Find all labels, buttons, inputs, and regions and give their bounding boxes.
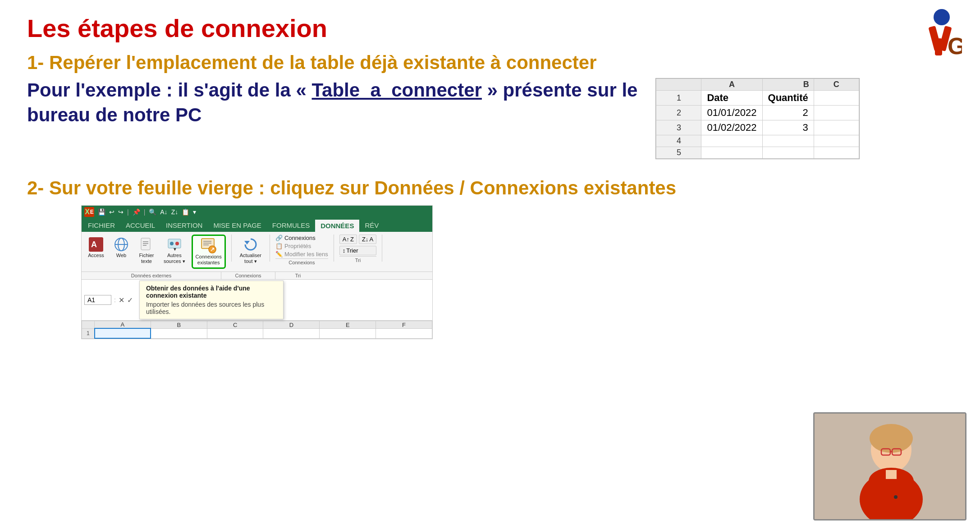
ribbon-item-web[interactable]: Web — [110, 235, 132, 260]
connexions-group-label: Connexions — [275, 258, 328, 265]
ribbon-container: X E 💾 ↩ ↪ | 📌 | 🔍 A↓ Z↓ 📋 ▾ FICHIER ACCU… — [81, 205, 433, 339]
tab-insertion[interactable]: INSERTION — [160, 218, 208, 232]
svg-text:▼: ▼ — [173, 247, 177, 252]
separator-1 — [231, 235, 232, 262]
sort-row1: A↑ Z Z↓ A — [339, 235, 376, 244]
tab-formules[interactable]: FORMULES — [267, 218, 315, 232]
cell-b1[interactable] — [151, 328, 207, 338]
row-num-1: 1 — [82, 328, 95, 338]
svg-rect-3 — [935, 38, 942, 55]
sort-za-icon: Z↓ — [362, 236, 368, 243]
formula-bar: A1 : ✕ ✓ Obtenir des données à l'aide d'… — [82, 280, 432, 321]
proprietes-item[interactable]: 📋 Propriétés — [275, 243, 328, 249]
tri-group-label: Tri — [339, 256, 376, 263]
table-row: 1 Date Quantité — [656, 91, 859, 106]
actualiser-icon — [243, 236, 259, 253]
sheet-col-c: C — [207, 321, 263, 329]
actualiser-label: Actualisertout ▾ — [240, 253, 261, 264]
cell-a1[interactable] — [95, 328, 151, 338]
sheet-col-e: E — [320, 321, 376, 329]
connexions-existantes-icon: ↗ — [201, 238, 217, 254]
sheet-row-1: 1 — [82, 328, 432, 338]
cell-e1[interactable] — [320, 328, 376, 338]
connexions-existantes-label: Connexionsexistantes — [196, 254, 222, 266]
cell-f1[interactable] — [376, 328, 432, 338]
modifier-liens-item[interactable]: ✏️ Modifier les liens — [275, 251, 328, 258]
trier-button[interactable]: ↕ Trier — [339, 246, 376, 255]
step1-label: 1- Repérer l'emplacement de la table déj… — [27, 52, 953, 74]
access-label: Access — [88, 253, 104, 258]
page-title: Les étapes de connexion — [27, 14, 327, 43]
trier-icon: ↕ — [343, 247, 346, 254]
formula-cancel-icon[interactable]: ✕ — [119, 296, 124, 304]
name-box[interactable]: A1 — [84, 295, 111, 305]
logo-container: G — [903, 9, 962, 59]
fichier-texte-label: Fichiertexte — [139, 253, 154, 264]
svg-point-34 — [894, 495, 898, 499]
autres-sources-icon: ▼ — [166, 236, 183, 253]
tab-fichier[interactable]: FICHIER — [82, 218, 120, 232]
svg-text:A: A — [91, 240, 97, 249]
step1-desc-line2: bureau de notre PC — [27, 104, 201, 125]
tab-donnees[interactable]: DONNÉES — [315, 218, 359, 232]
svg-text:↗: ↗ — [210, 246, 215, 253]
connexions-group-items: 🔗 Connexions 📋 Propriétés ✏️ Modifier le… — [275, 235, 328, 258]
ribbon-item-fichier-texte[interactable]: Fichiertexte — [136, 235, 157, 266]
connexions-item[interactable]: 🔗 Connexions — [275, 235, 328, 241]
excel-table: A B C 1 Date Quantité 2 01/01/2022 — [656, 78, 859, 159]
proprietes-text: Propriétés — [284, 243, 311, 249]
svg-point-15 — [170, 242, 174, 245]
table-row: 2 01/01/2022 2 — [656, 106, 859, 120]
ribbon-item-actualiser[interactable]: Actualisertout ▾ — [237, 235, 264, 266]
separator-3 — [334, 235, 334, 262]
sort-az-group: A↑ Z Z↓ A ↕ — [339, 235, 376, 255]
sort-az-icon: A↑ — [343, 236, 349, 243]
separator-2 — [270, 235, 270, 262]
svg-marker-24 — [244, 241, 250, 244]
main-container: Les étapes de connexion G 1- Repérer l'e… — [0, 0, 980, 353]
table-row: 5 — [656, 147, 859, 159]
svg-point-27 — [870, 424, 913, 453]
sheet-col-a: A — [95, 321, 151, 329]
ribbon-item-autres-sources[interactable]: ▼ Autressources ▾ — [161, 235, 188, 266]
tab-accueil[interactable]: ACCUEIL — [120, 218, 160, 232]
col-header-a: A — [701, 79, 762, 91]
sort-az-button[interactable]: A↑ Z — [339, 235, 357, 244]
connexions-text: Connexions — [284, 235, 316, 241]
ribbon-item-access[interactable]: A Access — [85, 235, 107, 260]
col-header-b: B — [762, 79, 814, 91]
tab-revision[interactable]: RÉV — [359, 218, 384, 232]
tooltip-title: Obtenir des données à l'aide d'une conne… — [146, 285, 277, 299]
ribbon-group-labels-bar: Données externes Connexions Tri — [82, 272, 432, 280]
header-row: Les étapes de connexion G — [27, 14, 953, 43]
ribbon-content: A Access Web — [82, 232, 432, 272]
tri-label-bar: Tri — [275, 272, 321, 279]
sort-group: A↑ Z Z↓ A ↕ — [339, 235, 376, 263]
table-row: 3 01/02/2022 3 — [656, 120, 859, 135]
separator-4 — [382, 235, 382, 262]
cell-d1[interactable] — [263, 328, 320, 338]
connexions-list: 🔗 Connexions 📋 Propriétés ✏️ Modifier le… — [275, 235, 328, 258]
donnees-externes-label: Données externes — [82, 272, 221, 279]
trier-button-wrapper: ↕ Trier — [339, 246, 376, 255]
ribbon-mockup: X E 💾 ↩ ↪ | 📌 | 🔍 A↓ Z↓ 📋 ▾ FICHIER ACCU… — [54, 205, 433, 339]
cell-c1[interactable] — [207, 328, 263, 338]
ribbon-topbar: X E 💾 ↩ ↪ | 📌 | 🔍 A↓ Z↓ 📋 ▾ — [82, 206, 432, 218]
tab-mise-en-page[interactable]: MISE EN PAGE — [208, 218, 266, 232]
col-header-c: C — [814, 79, 859, 91]
fichier-texte-icon — [138, 236, 155, 253]
table-row: 4 — [656, 135, 859, 147]
sort-za-button[interactable]: Z↓ A — [359, 235, 376, 244]
trier-label: Trier — [346, 247, 358, 254]
connexions-icon-sm: 🔗 — [275, 235, 283, 241]
svg-point-0 — [934, 9, 950, 25]
sheet-col-f: F — [376, 321, 432, 329]
sheet-col-b: B — [151, 321, 207, 329]
tooltip-box: Obtenir des données à l'aide d'une conne… — [139, 281, 284, 319]
sheet-table: A B C D E F 1 — [82, 321, 432, 339]
step1-desc-line1: Pour l'exemple : il s'agit de la « Table… — [27, 79, 637, 101]
ribbon-item-connexions-existantes[interactable]: ↗ Connexionsexistantes — [192, 235, 226, 269]
sort-group-items: A↑ Z Z↓ A ↕ — [339, 235, 376, 255]
formula-confirm-icon[interactable]: ✓ — [127, 296, 133, 304]
ribbon-tabs: FICHIER ACCUEIL INSERTION MISE EN PAGE F… — [82, 218, 432, 232]
